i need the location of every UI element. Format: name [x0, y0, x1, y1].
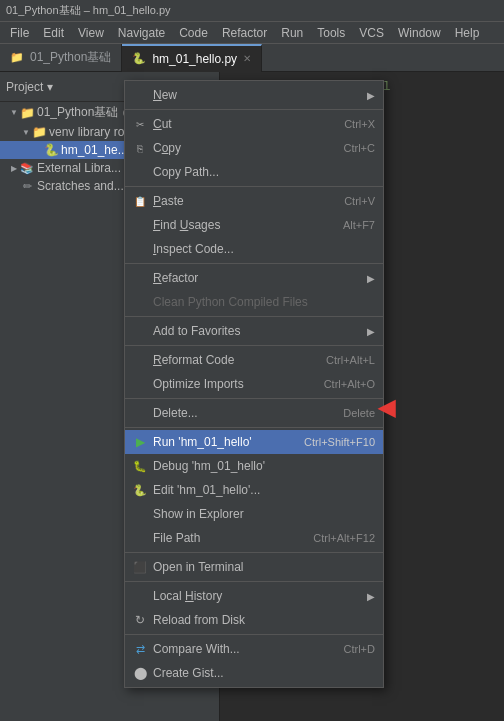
- cm-label: Find Usages: [153, 218, 220, 232]
- cm-file-path[interactable]: File Path Ctrl+Alt+F12: [125, 526, 383, 550]
- refactor-icon: [133, 271, 147, 285]
- cm-copy-path[interactable]: Copy Path...: [125, 160, 383, 184]
- cm-local-history[interactable]: Local History ▶: [125, 584, 383, 608]
- python-icon: 🐍: [133, 483, 147, 497]
- cm-label: File Path: [153, 531, 200, 545]
- cm-reload-disk[interactable]: ↻ Reload from Disk: [125, 608, 383, 632]
- cm-shortcut: Ctrl+D: [344, 643, 375, 655]
- cm-debug[interactable]: 🐛 Debug 'hm_01_hello': [125, 454, 383, 478]
- menu-code[interactable]: Code: [173, 24, 214, 42]
- tab-bar: 📁 01_Python基础 🐍 hm_01_hello.py ✕: [0, 44, 504, 72]
- submenu-arrow-icon: ▶: [367, 90, 375, 101]
- submenu-arrow-icon: ▶: [367, 591, 375, 602]
- menu-vcs[interactable]: VCS: [353, 24, 390, 42]
- cm-reformat[interactable]: Reformat Code Ctrl+Alt+L: [125, 348, 383, 372]
- menu-navigate[interactable]: Navigate: [112, 24, 171, 42]
- tree-label: External Libra...: [37, 161, 121, 175]
- cm-refactor[interactable]: Refactor ▶: [125, 266, 383, 290]
- cm-shortcut: Ctrl+Shift+F10: [304, 436, 375, 448]
- cm-label: Delete...: [153, 406, 198, 420]
- separator: [125, 552, 383, 553]
- cm-clean-python: Clean Python Compiled Files: [125, 290, 383, 314]
- filepath-icon: [133, 531, 147, 545]
- cm-compare-with[interactable]: ⇄ Compare With... Ctrl+D: [125, 637, 383, 661]
- cm-find-usages[interactable]: Find Usages Alt+F7: [125, 213, 383, 237]
- cm-create-gist[interactable]: ⬤ Create Gist...: [125, 661, 383, 685]
- copy-icon: ⎘: [133, 141, 147, 155]
- folder-icon: 📁: [10, 51, 24, 64]
- delete-icon: [133, 406, 147, 420]
- github-icon: ⬤: [133, 666, 147, 680]
- context-menu: New ▶ ✂ Cut Ctrl+X ⎘ Copy Ctrl+C Copy Pa…: [124, 80, 384, 688]
- title-bar: 01_Python基础 – hm_01_hello.py: [0, 0, 504, 22]
- tree-arrow-icon: ▼: [20, 126, 32, 138]
- menu-tools[interactable]: Tools: [311, 24, 351, 42]
- separator: [125, 345, 383, 346]
- menu-run[interactable]: Run: [275, 24, 309, 42]
- cm-shortcut: Ctrl+Alt+O: [324, 378, 375, 390]
- cm-run[interactable]: ▶ Run 'hm_01_hello' Ctrl+Shift+F10: [125, 430, 383, 454]
- cm-shortcut: Ctrl+Alt+F12: [313, 532, 375, 544]
- cm-label: Cut: [153, 117, 172, 131]
- cm-paste[interactable]: 📋 Paste Ctrl+V: [125, 189, 383, 213]
- cm-add-favorites[interactable]: Add to Favorites ▶: [125, 319, 383, 343]
- cm-cut[interactable]: ✂ Cut Ctrl+X: [125, 112, 383, 136]
- paste-icon: 📋: [133, 194, 147, 208]
- terminal-icon: ⬛: [133, 560, 147, 574]
- tab-project-folder[interactable]: 📁 01_Python基础: [0, 44, 122, 72]
- compare-icon: ⇄: [133, 642, 147, 656]
- red-arrow-indicator: ◀: [378, 395, 395, 421]
- cm-shortcut: Ctrl+C: [344, 142, 375, 154]
- tab-label: 01_Python基础: [30, 49, 111, 66]
- cm-label: Debug 'hm_01_hello': [153, 459, 265, 473]
- cm-label: Compare With...: [153, 642, 240, 656]
- separator: [125, 186, 383, 187]
- cm-open-terminal[interactable]: ⬛ Open in Terminal: [125, 555, 383, 579]
- cut-icon: ✂: [133, 117, 147, 131]
- reload-icon: ↻: [133, 613, 147, 627]
- cm-new[interactable]: New ▶: [125, 83, 383, 107]
- cm-label: Refactor: [153, 271, 198, 285]
- cm-edit[interactable]: 🐍 Edit 'hm_01_hello'...: [125, 478, 383, 502]
- cm-show-explorer[interactable]: Show in Explorer: [125, 502, 383, 526]
- submenu-arrow-icon: ▶: [367, 273, 375, 284]
- python-file-icon: 🐍: [44, 143, 58, 157]
- tree-label: hm_01_he...: [61, 143, 128, 157]
- cm-label: Run 'hm_01_hello': [153, 435, 252, 449]
- cm-label: Paste: [153, 194, 184, 208]
- cm-inspect-code[interactable]: Inspect Code...: [125, 237, 383, 261]
- cm-copy[interactable]: ⎘ Copy Ctrl+C: [125, 136, 383, 160]
- scratch-icon: ✏: [20, 179, 34, 193]
- tab-close-button[interactable]: ✕: [243, 53, 251, 64]
- separator: [125, 398, 383, 399]
- cm-label: Reload from Disk: [153, 613, 245, 627]
- menu-bar: File Edit View Navigate Code Refactor Ru…: [0, 22, 504, 44]
- menu-help[interactable]: Help: [449, 24, 486, 42]
- tab-label: hm_01_hello.py: [152, 52, 237, 66]
- menu-file[interactable]: File: [4, 24, 35, 42]
- cm-label: Open in Terminal: [153, 560, 244, 574]
- menu-edit[interactable]: Edit: [37, 24, 70, 42]
- menu-view[interactable]: View: [72, 24, 110, 42]
- tree-arrow-icon: ▼: [8, 107, 20, 119]
- menu-window[interactable]: Window: [392, 24, 447, 42]
- cm-shortcut: Delete: [343, 407, 375, 419]
- cm-label: Inspect Code...: [153, 242, 234, 256]
- tab-hello-py[interactable]: 🐍 hm_01_hello.py ✕: [122, 44, 262, 72]
- tree-arrow-icon: ▶: [8, 162, 20, 174]
- cm-shortcut: Ctrl+V: [344, 195, 375, 207]
- find-icon: [133, 218, 147, 232]
- tree-label: 01_Python基础: [37, 104, 118, 121]
- python-file-icon: 🐍: [132, 52, 146, 65]
- menu-refactor[interactable]: Refactor: [216, 24, 273, 42]
- explorer-icon: [133, 507, 147, 521]
- cm-optimize-imports[interactable]: Optimize Imports Ctrl+Alt+O: [125, 372, 383, 396]
- cm-delete[interactable]: Delete... Delete: [125, 401, 383, 425]
- library-icon: 📚: [20, 161, 34, 175]
- title-bar-text: 01_Python基础 – hm_01_hello.py: [6, 3, 171, 18]
- reformat-icon: [133, 353, 147, 367]
- separator: [125, 316, 383, 317]
- copy-path-icon: [133, 165, 147, 179]
- clean-icon: [133, 295, 147, 309]
- cm-label: Add to Favorites: [153, 324, 240, 338]
